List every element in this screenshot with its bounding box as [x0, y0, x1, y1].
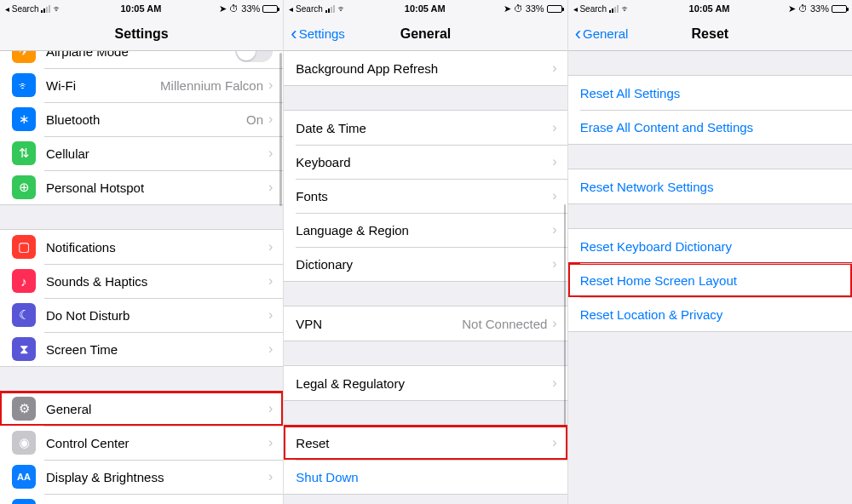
row-label: Reset Network Settings [580, 180, 842, 194]
back-to-app[interactable]: ◂ Search [289, 4, 322, 14]
row-value: Millennium Falcon [160, 78, 263, 93]
settings-row[interactable]: Background App Refresh› [284, 51, 567, 85]
row-label: Airplane Mode [46, 51, 235, 59]
settings-row[interactable]: ◉Control Center› [0, 426, 283, 460]
row-icon: ▢ [12, 235, 36, 259]
scroll-indicator[interactable] [564, 204, 567, 426]
row-label: Background App Refresh [296, 61, 552, 76]
battery-pct: 33% [526, 3, 544, 14]
row-icon: ◉ [12, 431, 36, 455]
settings-row[interactable]: ⧗Screen Time› [0, 332, 283, 366]
chevron-left-icon: ‹ [291, 26, 296, 42]
chevron-right-icon: › [552, 154, 556, 169]
settings-row[interactable]: ⊕Personal Hotspot› [0, 170, 283, 204]
settings-row[interactable]: Erase All Content and Settings [568, 110, 852, 144]
alarm-icon: ⏱ [229, 3, 239, 14]
page-title: Settings [115, 26, 169, 42]
settings-row[interactable]: ∗BluetoothOn› [0, 102, 283, 136]
screen-general: ◂ Search ᯤ 10:05 AM ➤ ⏱ 33% ‹Settings Ge… [284, 0, 567, 504]
battery-pct: 33% [810, 3, 829, 14]
settings-row[interactable]: Keyboard› [284, 145, 567, 179]
chevron-right-icon: › [268, 180, 273, 195]
row-label: Reset Location & Privacy [580, 307, 842, 322]
nav-back-button[interactable]: ‹General [575, 26, 629, 42]
row-label: Shut Down [296, 470, 556, 484]
settings-row[interactable]: ⊞Home Screen› [0, 494, 283, 504]
row-label: Notifications [46, 240, 268, 255]
settings-row[interactable]: Fonts› [284, 179, 567, 213]
chevron-right-icon: › [268, 112, 273, 127]
battery-icon [547, 5, 562, 13]
row-icon: ☾ [12, 303, 36, 327]
settings-row[interactable]: ☾Do Not Disturb› [0, 298, 283, 332]
row-label: Erase All Content and Settings [580, 120, 842, 135]
row-label: Sounds & Haptics [46, 274, 268, 289]
row-label: VPN [296, 317, 462, 331]
location-icon: ➤ [788, 3, 796, 14]
back-to-app[interactable]: ◂ Search [573, 4, 607, 14]
settings-row[interactable]: Reset All Settings [568, 76, 852, 110]
row-label: Reset Home Screen Layout [580, 273, 842, 288]
settings-row[interactable]: Reset Location & Privacy [568, 297, 852, 331]
settings-row[interactable]: ᯤWi-FiMillennium Falcon› [0, 68, 283, 102]
nav-bar: ‹General Reset [568, 17, 852, 51]
row-label: Wi-Fi [46, 78, 160, 93]
row-value: Not Connected [462, 317, 547, 331]
settings-row[interactable]: Dictionary› [284, 247, 567, 281]
settings-row[interactable]: ⚙General› [0, 392, 283, 426]
chevron-right-icon: › [268, 239, 273, 255]
status-bar: ◂ Search ᯤ 10:05 AM ➤ ⏱ 33% [284, 0, 567, 17]
settings-row[interactable]: VPNNot Connected› [284, 306, 567, 341]
chevron-right-icon: › [268, 435, 273, 450]
row-label: General [46, 402, 268, 416]
settings-row[interactable]: Legal & Regulatory› [284, 366, 567, 400]
row-label: Display & Brightness [46, 470, 268, 484]
settings-row[interactable]: Reset› [284, 426, 567, 460]
settings-row[interactable]: AADisplay & Brightness› [0, 460, 283, 494]
toggle-switch[interactable] [235, 51, 273, 62]
row-label: Fonts [296, 189, 552, 203]
status-time: 10:05 AM [120, 3, 161, 14]
settings-row[interactable]: ✈︎Airplane Mode [0, 51, 283, 68]
nav-back-button[interactable]: ‹Settings [291, 26, 345, 42]
settings-row[interactable]: Reset Keyboard Dictionary [568, 229, 852, 263]
row-label: Bluetooth [46, 112, 246, 127]
page-title: General [400, 26, 452, 42]
row-icon: AA [12, 465, 36, 489]
row-label: Reset [296, 436, 552, 450]
row-label: Date & Time [296, 121, 552, 135]
chevron-right-icon: › [552, 435, 556, 450]
signal-icon [325, 5, 335, 13]
chevron-right-icon: › [552, 188, 556, 203]
chevron-right-icon: › [552, 60, 556, 76]
battery-icon [832, 5, 847, 13]
scroll-indicator[interactable] [279, 53, 282, 206]
settings-row[interactable]: Date & Time› [284, 111, 567, 145]
battery-pct: 33% [241, 3, 260, 14]
screen-reset: ◂ Search ᯤ 10:05 AM ➤ ⏱ 33% ‹General Res… [568, 0, 852, 504]
screen-settings: ◂ Search ᯤ 10:05 AM ➤ ⏱ 33% Settings ✈︎A… [0, 0, 284, 504]
battery-icon [262, 5, 278, 13]
row-label: Personal Hotspot [46, 180, 268, 195]
back-to-app[interactable]: ◂ Search [5, 4, 38, 14]
page-title: Reset [692, 26, 729, 42]
settings-row[interactable]: ▢Notifications› [0, 230, 283, 264]
row-icon: ✈︎ [12, 51, 36, 63]
location-icon: ➤ [504, 3, 511, 14]
settings-row[interactable]: Shut Down [284, 460, 567, 494]
settings-row[interactable]: Reset Network Settings [568, 169, 852, 203]
chevron-right-icon: › [552, 316, 556, 331]
location-icon: ➤ [219, 3, 227, 14]
settings-row[interactable]: Reset Home Screen Layout [568, 263, 852, 297]
settings-row[interactable]: Language & Region› [284, 213, 567, 247]
settings-row[interactable]: ♪Sounds & Haptics› [0, 264, 283, 298]
wifi-icon: ᯤ [53, 3, 62, 14]
alarm-icon: ⏱ [514, 3, 523, 14]
row-icon: ⧗ [12, 337, 36, 361]
row-label: Reset All Settings [580, 86, 842, 100]
row-label: Language & Region [296, 223, 552, 238]
settings-row[interactable]: ⇅Cellular› [0, 136, 283, 170]
row-label: Legal & Regulatory [296, 376, 552, 391]
chevron-right-icon: › [268, 77, 273, 93]
chevron-right-icon: › [268, 307, 273, 323]
